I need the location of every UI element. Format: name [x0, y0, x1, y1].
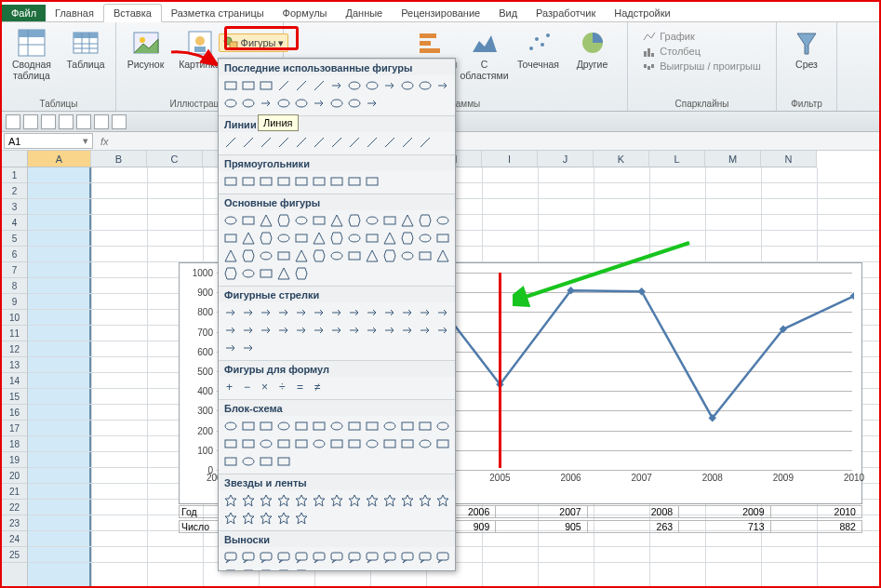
shape-item[interactable] [222, 418, 239, 434]
shape-item[interactable] [381, 435, 398, 452]
shape-item[interactable] [275, 567, 292, 571]
shape-item[interactable] [417, 134, 434, 151]
shape-item[interactable] [364, 77, 380, 94]
shape-item[interactable] [311, 435, 327, 452]
shape-item[interactable] [275, 510, 292, 527]
sparkline-winloss-button[interactable]: Выигрыш / проигрыш [640, 60, 764, 73]
shape-item[interactable] [240, 510, 257, 527]
shape-item[interactable] [364, 435, 380, 452]
shape-item[interactable] [311, 95, 327, 112]
shape-item[interactable] [328, 95, 345, 112]
sparkline-column-button[interactable]: Столбец [640, 45, 764, 58]
shape-item[interactable] [364, 322, 380, 339]
shape-item[interactable] [328, 77, 345, 94]
shape-item[interactable] [293, 134, 310, 151]
shape-item[interactable] [417, 247, 434, 264]
shape-item[interactable] [399, 304, 416, 321]
shape-item[interactable] [293, 77, 310, 94]
shape-item[interactable] [399, 492, 416, 509]
shape-item[interactable] [346, 492, 363, 509]
shape-item[interactable] [346, 173, 363, 190]
shape-item[interactable] [240, 265, 257, 282]
shape-item[interactable] [258, 567, 274, 571]
shape-item[interactable] [328, 322, 345, 339]
shape-item[interactable] [328, 230, 345, 247]
shape-item[interactable] [346, 77, 363, 94]
shape-item[interactable] [293, 549, 310, 566]
shape-item[interactable] [399, 247, 416, 264]
clipart-button[interactable]: Картинка [176, 26, 224, 73]
shape-item[interactable] [364, 418, 380, 434]
shape-item[interactable] [399, 322, 416, 339]
shape-item[interactable] [381, 212, 398, 229]
shape-item[interactable] [311, 492, 327, 509]
shape-item[interactable] [434, 435, 451, 452]
shape-item[interactable] [346, 322, 363, 339]
name-box[interactable]: A1▾ [4, 133, 93, 149]
shape-item[interactable] [434, 549, 451, 566]
shape-item[interactable] [240, 322, 257, 339]
shape-item[interactable] [434, 230, 451, 247]
picture-button[interactable]: Рисунок [122, 26, 170, 73]
shape-item[interactable] [222, 567, 239, 571]
file-tab[interactable]: Файл [2, 5, 46, 21]
shape-item[interactable] [346, 95, 363, 112]
sparkline-line-button[interactable]: График [640, 30, 764, 43]
shape-item[interactable] [328, 435, 345, 452]
shape-item[interactable] [346, 304, 363, 321]
shape-item[interactable] [328, 173, 345, 190]
shape-item[interactable] [328, 134, 345, 151]
shape-item[interactable] [240, 453, 257, 470]
shape-item[interactable] [346, 549, 363, 566]
shape-item[interactable] [240, 212, 257, 229]
tab-formulas[interactable]: Формулы [274, 5, 337, 21]
shape-item[interactable] [222, 322, 239, 339]
shape-item[interactable] [328, 549, 345, 566]
shapes-button[interactable]: Фигуры ▾ [230, 26, 278, 54]
shape-item[interactable] [293, 567, 310, 571]
shape-item[interactable] [258, 549, 274, 566]
shape-item[interactable] [258, 435, 274, 452]
shape-item[interactable] [222, 173, 239, 190]
shape-item[interactable] [258, 247, 274, 264]
shape-item[interactable] [293, 435, 310, 452]
shape-item[interactable] [222, 340, 239, 356]
shape-item[interactable] [328, 492, 345, 509]
shape-item[interactable] [381, 304, 398, 321]
tool-icon[interactable] [112, 114, 127, 129]
shape-item[interactable] [399, 134, 416, 151]
shape-item[interactable] [417, 418, 434, 434]
shape-item[interactable] [275, 265, 292, 282]
tool-icon[interactable] [41, 114, 56, 129]
shape-item[interactable] [417, 77, 434, 94]
shape-item[interactable] [275, 230, 292, 247]
shape-item[interactable] [240, 567, 257, 571]
shape-item[interactable] [434, 212, 451, 229]
shape-item[interactable] [417, 212, 434, 229]
shape-item[interactable] [399, 418, 416, 434]
shape-item[interactable] [311, 230, 327, 247]
shape-item[interactable] [311, 77, 327, 94]
shape-item[interactable] [364, 212, 380, 229]
shape-item[interactable] [275, 492, 292, 509]
shape-item[interactable] [240, 304, 257, 321]
tool-icon[interactable] [76, 114, 91, 129]
table-button[interactable]: Таблица [61, 26, 110, 73]
tab-pagelayout[interactable]: Разметка страницы [162, 5, 274, 21]
shape-item[interactable] [346, 435, 363, 452]
shape-item[interactable] [258, 510, 274, 527]
shape-item[interactable] [222, 510, 239, 527]
shape-item[interactable] [381, 77, 398, 94]
shape-item[interactable] [311, 549, 327, 566]
shape-item[interactable] [364, 549, 380, 566]
shape-item[interactable] [311, 173, 327, 190]
tool-icon[interactable] [6, 114, 20, 129]
shape-item[interactable] [381, 134, 398, 151]
shape-item[interactable] [346, 418, 363, 434]
shape-item[interactable] [399, 549, 416, 566]
shape-item[interactable] [222, 304, 239, 321]
shape-item[interactable] [240, 418, 257, 434]
shape-item[interactable] [311, 304, 327, 321]
shape-item[interactable]: ÷ [275, 379, 292, 395]
row-headers[interactable]: 1234567891011121314151617181920212223242… [2, 167, 28, 586]
